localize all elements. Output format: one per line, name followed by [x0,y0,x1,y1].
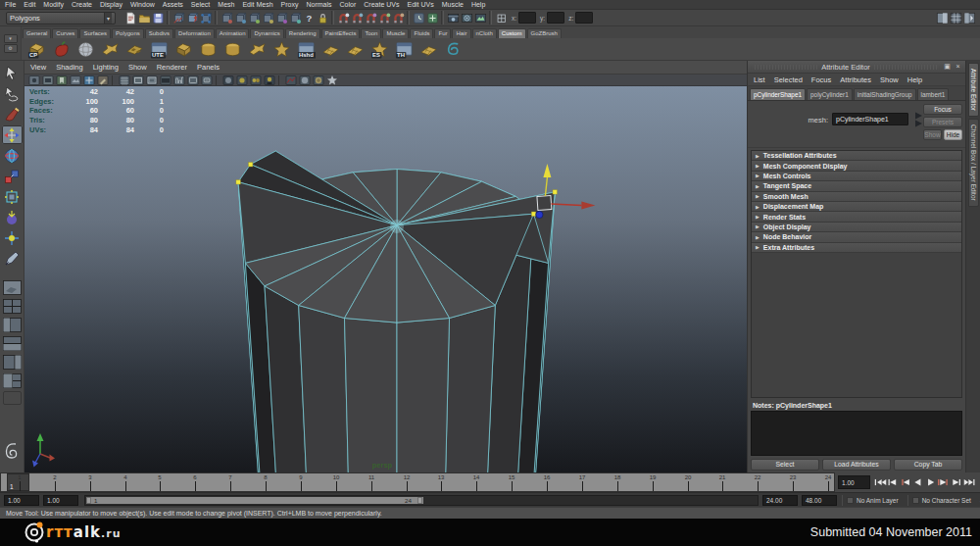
ae-copy-tab-button[interactable]: Copy Tab [894,459,962,471]
coord-z-input[interactable] [575,12,593,24]
shaded-display-button[interactable] [298,74,311,86]
shelf-tab-deformation[interactable]: Deformation [174,28,215,38]
perspective-viewport[interactable]: Verts:42420 Edges:1001001 Faces:60600 Tr… [24,86,747,472]
playback-go-to-start-button[interactable] [874,475,887,489]
shelf-tab-dynamics[interactable]: Dynamics [250,28,283,38]
select-object-button[interactable] [186,11,199,25]
panel-menu-shading[interactable]: Shading [56,63,83,72]
sidebar-tab-channel-box[interactable]: Channel Box / Layer Editor [968,119,979,207]
menu-file[interactable]: File [5,0,16,9]
textured-display-button[interactable] [312,74,324,86]
menu-color[interactable]: Color [340,0,357,9]
save-scene-button[interactable] [152,11,165,25]
anim-layer-dropdown[interactable]: No Anim Layer [842,495,903,506]
selected-vertex[interactable] [236,180,241,185]
fill-render-button[interactable] [221,74,234,86]
range-bar[interactable]: 1 24 [84,495,759,506]
menu-help[interactable]: Help [471,0,485,9]
shelf-item-cylinder-pair[interactable] [221,38,243,60]
two-d-pan-button[interactable] [82,74,95,86]
menu-edit-mesh[interactable]: Edit Mesh [242,0,272,9]
film-gate-button[interactable] [131,74,144,86]
shelf-item-th[interactable]: TH [393,38,415,60]
playback-step-forward-frame-button[interactable] [938,475,951,489]
menu-mesh[interactable]: Mesh [218,0,234,9]
shelf-item-torus[interactable] [74,38,96,60]
menu-proxy[interactable]: Proxy [281,0,299,9]
animation-end-field[interactable]: 48.00 [802,495,837,506]
menu-edit-uvs[interactable]: Edit UVs [407,0,433,9]
shelf-tab-toon[interactable]: Toon [361,28,381,38]
shelf-item-map-fold[interactable] [246,38,268,60]
construction-history-off-button[interactable] [426,11,439,25]
ae-menu-selected[interactable]: Selected [774,75,803,84]
shelf-item-goz-curve[interactable] [442,38,464,60]
select-component-button[interactable] [200,11,213,25]
select-hierarchy-button[interactable] [172,11,185,25]
menu-select[interactable]: Select [191,0,210,9]
menu-assets[interactable]: Assets [163,0,183,9]
shelf-gear-button[interactable]: ⚙ [4,44,18,53]
ae-show-button[interactable]: Show [923,129,942,140]
manipulator-z-handle[interactable] [536,211,543,218]
shelf-tab-fur[interactable]: Fur [434,28,451,38]
coord-y-input[interactable] [547,12,564,24]
ae-load-attributes-button[interactable]: Load Attributes [822,459,891,471]
ae-section-object-display[interactable]: ▶Object Display [752,223,961,232]
ae-presets-button[interactable]: Presets [923,117,962,127]
ae-close-icon[interactable]: × [954,63,962,72]
render-current-frame-button[interactable] [461,11,473,25]
shelf-item-stack-1[interactable] [172,38,194,60]
grease-pencil-button[interactable] [96,74,109,86]
layout-single-persp-button[interactable] [2,279,23,296]
mask-points-button[interactable] [220,11,233,25]
shelf-item-export-sel[interactable]: ES [368,38,390,60]
ae-focus-button[interactable]: Focus [923,104,962,115]
panel-menu-panels[interactable]: Panels [197,63,220,72]
mask-surfaces-button[interactable] [248,11,261,25]
selected-vertex[interactable] [248,163,253,168]
shelf-tab-custom[interactable]: Custom [498,28,526,38]
shelf-tab-fluids[interactable]: Fluids [410,28,433,38]
playback-step-back-key-button[interactable] [887,475,900,489]
ae-hide-button[interactable]: Hide [944,129,962,140]
shelf-item-poly-cp[interactable]: CP [25,38,47,60]
shelf-item-zigzag-2[interactable] [344,38,366,60]
ae-menu-show[interactable]: Show [880,75,899,84]
soft-modification-tool-button[interactable] [2,208,23,226]
menu-normals[interactable]: Normals [306,0,331,9]
mask-rendering-button[interactable] [289,11,302,25]
ae-titlebar[interactable]: Attribute Editor ▣ × [748,61,965,74]
range-start-handle[interactable] [86,497,91,504]
shelf-tab-rendering[interactable]: Rendering [285,28,320,38]
toggle-tool-settings-button[interactable] [950,11,962,25]
shelf-item-poly-tool[interactable] [99,38,121,60]
ae-section-render-stats[interactable]: ▶Render Stats [752,212,961,222]
camera-attributes-button[interactable] [41,74,54,86]
mask-deformations-button[interactable] [262,11,274,25]
ae-section-extra-attributes[interactable]: ▶Extra Attributes [752,243,961,253]
shelf-item-checker-plane[interactable] [123,38,145,60]
ae-menu-help[interactable]: Help [907,75,922,84]
shelf-tab-painteffects[interactable]: PaintEffects [321,28,361,38]
snap-to-points-button[interactable] [365,11,377,25]
shelf-tab-curves[interactable]: Curves [52,28,78,38]
ae-section-displacement-map[interactable]: ▶Displacement Map [752,202,961,212]
move-tool-button[interactable] [2,125,23,144]
lasso-select-tool-button[interactable] [2,84,23,103]
snap-to-grids-button[interactable] [337,11,350,25]
playback-range[interactable] [86,497,423,504]
mask-dynamics-button[interactable] [275,11,288,25]
panel-menu-view[interactable]: View [30,63,46,72]
range-end-handle[interactable] [417,497,422,504]
mask-curves-button[interactable] [234,11,247,25]
shelf-menu-button[interactable]: ▾ [4,34,18,43]
menu-display[interactable]: Display [100,0,122,9]
default-light-button[interactable] [235,74,248,86]
ae-grip-handle[interactable] [874,65,937,70]
rotate-tool-button[interactable] [2,146,23,165]
animation-start-field[interactable]: 1.00 [4,495,39,506]
snap-to-planes-button[interactable] [378,11,391,25]
open-render-view-button[interactable] [447,11,460,25]
toggle-attribute-editor-button[interactable] [936,11,949,25]
